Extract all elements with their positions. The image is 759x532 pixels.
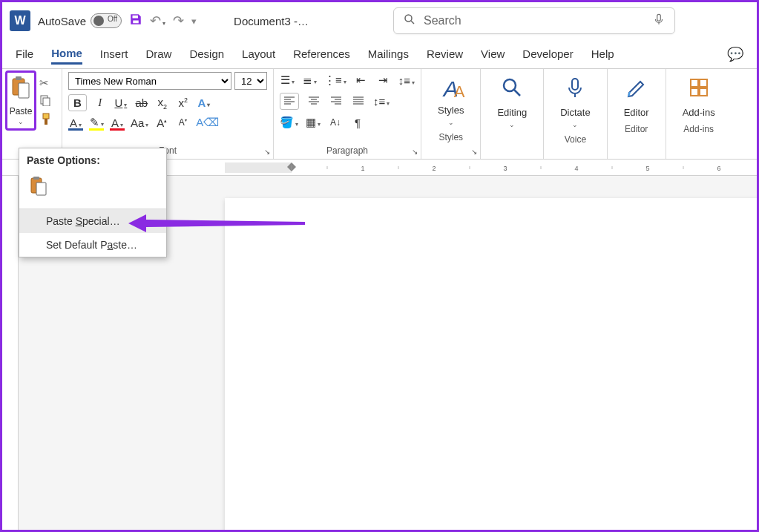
undo-icon[interactable]: ↶▾ [150, 13, 165, 29]
superscript-button[interactable]: x2 [176, 96, 191, 109]
save-icon[interactable] [129, 13, 142, 30]
svg-text:3: 3 [503, 165, 507, 172]
font-size-combo[interactable]: 12 [234, 72, 267, 90]
svg-rect-9 [45, 119, 47, 125]
addins-icon [688, 76, 710, 104]
italic-button[interactable]: I [93, 96, 108, 109]
dictate-button[interactable]: Dictate ⌄ [550, 72, 600, 133]
highlight-button[interactable]: ✎▾ [89, 116, 104, 129]
paragraph-group-label: Paragraph [280, 144, 415, 157]
voice-group-label: Voice [550, 133, 600, 146]
svg-text:6: 6 [717, 165, 720, 172]
svg-rect-2 [657, 14, 661, 21]
font-launcher-icon[interactable]: ↘ [264, 148, 270, 156]
cut-icon[interactable]: ✂ [39, 76, 53, 90]
paste-special-item[interactable]: Paste Special… [19, 209, 166, 233]
svg-point-0 [405, 15, 412, 22]
borders-button[interactable]: ▦▾ [306, 116, 321, 129]
paste-label: Paste [10, 106, 33, 116]
paste-button[interactable]: Paste ⌄ [5, 70, 36, 131]
justify-button[interactable] [351, 95, 366, 108]
quick-access-toolbar: ↶▾ ↷ ▾ [129, 13, 197, 30]
tab-file[interactable]: File [16, 45, 33, 63]
tab-design[interactable]: Design [189, 45, 224, 63]
line-spacing-button[interactable]: ↕≡▾ [398, 74, 415, 87]
svg-rect-5 [19, 83, 29, 98]
find-icon [501, 76, 523, 104]
svg-rect-30 [700, 79, 707, 87]
search-box[interactable]: Search [393, 7, 675, 34]
svg-line-1 [411, 21, 414, 24]
paragraph-launcher-icon[interactable]: ↘ [412, 148, 418, 156]
tab-layout[interactable]: Layout [242, 45, 275, 63]
vertical-spacing-button[interactable]: ↕≡▾ [373, 95, 390, 108]
multilevel-list-button[interactable]: ⋮≡▾ [324, 73, 346, 87]
ribbon-tabs: File Home Insert Draw Design Layout Refe… [2, 39, 757, 69]
underline-button[interactable]: U▾ [114, 96, 128, 109]
increase-indent-button[interactable]: ⇥ [376, 73, 391, 87]
tab-draw[interactable]: Draw [145, 45, 171, 63]
tab-view[interactable]: View [481, 45, 505, 63]
autosave-switch[interactable]: Off [91, 13, 122, 28]
align-right-button[interactable] [329, 95, 344, 108]
clear-formatting-button[interactable]: A⌫ [196, 116, 219, 129]
font-name-combo[interactable]: Times New Roman [68, 72, 231, 90]
set-default-paste-item[interactable]: Set Default Paste… [19, 233, 166, 257]
document-page[interactable] [225, 198, 759, 532]
subscript-button[interactable]: x2 [155, 96, 170, 111]
svg-text:1: 1 [361, 165, 364, 172]
microphone-icon[interactable] [652, 13, 666, 29]
addins-button[interactable]: Add-ins [672, 72, 726, 122]
paste-keep-source-icon[interactable] [27, 174, 50, 201]
strikethrough-button[interactable]: ab [134, 96, 149, 109]
search-placeholder: Search [424, 14, 461, 27]
numbering-button[interactable]: ≣▾ [302, 73, 317, 87]
align-center-button[interactable] [306, 95, 321, 108]
clipboard-group: Paste ⌄ ✂ [2, 69, 62, 159]
copy-icon[interactable] [39, 94, 53, 108]
bullets-button[interactable]: ☰▾ [280, 73, 295, 87]
paste-options-header: Paste Options: [19, 148, 166, 171]
styles-button[interactable]: AА Styles ⌄ [427, 72, 474, 131]
tab-review[interactable]: Review [427, 45, 463, 63]
editor-button[interactable]: Editor [614, 72, 660, 122]
voice-group: Dictate ⌄ Voice [544, 69, 607, 159]
styles-icon: AА [444, 76, 459, 102]
svg-point-26 [504, 79, 516, 91]
clipboard-actions: ✂ [36, 72, 56, 133]
autosave-toggle[interactable]: AutoSave Off [38, 13, 122, 28]
text-effects-button[interactable]: A▾ [197, 96, 211, 109]
styles-launcher-icon[interactable]: ↘ [471, 148, 477, 156]
svg-rect-50 [36, 183, 46, 195]
tab-mailings[interactable]: Mailings [368, 45, 409, 63]
tab-help[interactable]: Help [591, 45, 614, 63]
sort-button[interactable]: A↓ [328, 117, 343, 128]
grow-font-button[interactable]: A▴ [154, 116, 169, 129]
comments-icon[interactable]: 💬 [727, 46, 743, 62]
tab-insert[interactable]: Insert [100, 45, 128, 63]
bold-button[interactable]: B [68, 94, 87, 111]
svg-rect-49 [33, 177, 39, 180]
tab-references[interactable]: References [293, 45, 350, 63]
font-color-button[interactable]: A▾ [110, 116, 125, 129]
editing-button[interactable]: Editing ⌄ [487, 72, 537, 133]
shading-button[interactable]: 🪣▾ [280, 116, 298, 129]
change-case-button[interactable]: Aa▾ [131, 116, 148, 129]
shrink-font-button[interactable]: A▾ [175, 117, 190, 128]
font-color-fill-button[interactable]: A▾ [68, 116, 83, 129]
tab-home[interactable]: Home [51, 44, 82, 65]
editor-icon [625, 76, 648, 104]
decrease-indent-button[interactable]: ⇤ [354, 73, 369, 87]
show-marks-button[interactable]: ¶ [350, 116, 365, 129]
tab-developer[interactable]: Developer [522, 45, 573, 63]
format-painter-icon[interactable] [39, 113, 53, 128]
align-left-button[interactable] [280, 93, 299, 110]
document-title[interactable]: Document3 -… [234, 15, 309, 27]
qat-customize-icon[interactable]: ▾ [191, 16, 197, 27]
redo-icon[interactable]: ↷ [173, 13, 184, 29]
svg-text:5: 5 [645, 165, 649, 172]
vertical-ruler[interactable] [2, 176, 19, 530]
paste-icon [10, 76, 32, 105]
ribbon: Paste ⌄ ✂ Times New Roman 12 B [2, 69, 757, 160]
svg-rect-31 [691, 88, 698, 96]
